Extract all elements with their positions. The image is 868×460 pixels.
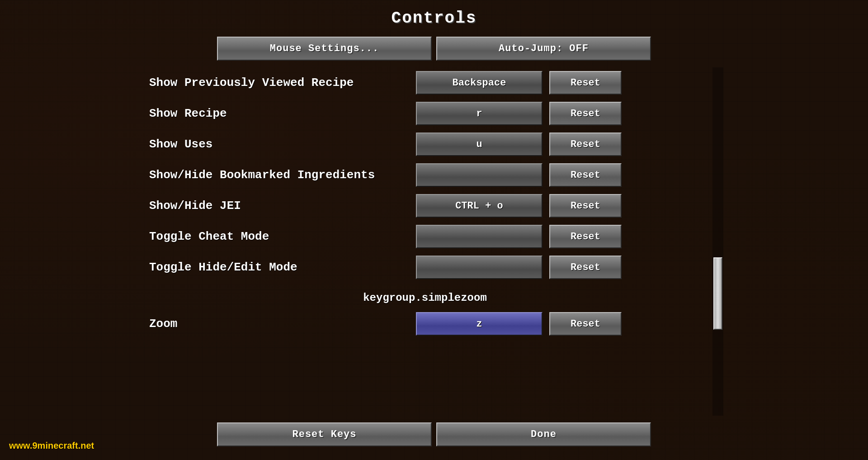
scrollbar-thumb[interactable] (713, 257, 722, 330)
bottom-button-row: Reset Keys Done (217, 422, 651, 451)
watermark-prefix: www. (9, 441, 32, 451)
keybind-label: Toggle Hide/Edit Mode (145, 261, 416, 274)
reset-button[interactable]: Reset (549, 133, 622, 156)
reset-button[interactable]: Reset (549, 256, 622, 279)
keybind-key[interactable] (416, 225, 542, 248)
reset-button[interactable]: Reset (549, 71, 622, 95)
reset-keys-button[interactable]: Reset Keys (217, 422, 432, 446)
watermark: www.9minecraft.net (9, 441, 94, 451)
keybind-key[interactable]: CTRL + o (416, 194, 542, 218)
done-button[interactable]: Done (436, 422, 651, 446)
auto-jump-button[interactable]: Auto-Jump: OFF (436, 37, 651, 61)
reset-button[interactable]: Reset (549, 194, 622, 218)
watermark-highlight: 9minecraft (32, 441, 78, 451)
page-title: Controls (392, 9, 477, 28)
keybind-row-show-recipe: Show Recipe r Reset (145, 98, 705, 129)
keybind-row-show-prev-recipe: Show Previously Viewed Recipe Backspace … (145, 67, 705, 98)
watermark-suffix: .net (78, 441, 94, 451)
keybind-key[interactable]: Backspace (416, 71, 542, 95)
keybind-key[interactable] (416, 163, 542, 187)
keybind-row-toggle-cheat: Toggle Cheat Mode Reset (145, 221, 705, 252)
keybind-label: Show/Hide Bookmarked Ingredients (145, 168, 416, 182)
keybind-key-zoom[interactable]: z (416, 312, 542, 336)
reset-button[interactable]: Reset (549, 102, 622, 125)
keybind-list: Show Previously Viewed Recipe Backspace … (145, 67, 723, 416)
content-area: Show Previously Viewed Recipe Backspace … (145, 67, 723, 416)
keybind-key[interactable]: u (416, 133, 542, 156)
reset-button-zoom[interactable]: Reset (549, 312, 622, 336)
keybind-label: Toggle Cheat Mode (145, 230, 416, 243)
reset-button[interactable]: Reset (549, 225, 622, 248)
keybind-label: Show/Hide JEI (145, 199, 416, 213)
keybind-row-show-hide-bookmarks: Show/Hide Bookmarked Ingredients Reset (145, 160, 705, 190)
mouse-settings-button[interactable]: Mouse Settings... (217, 37, 432, 61)
keybind-key[interactable] (416, 256, 542, 279)
scrollbar-track (712, 67, 723, 416)
top-button-row: Mouse Settings... Auto-Jump: OFF (217, 37, 651, 61)
keybind-row-show-uses: Show Uses u Reset (145, 129, 705, 160)
reset-button[interactable]: Reset (549, 163, 622, 187)
keybind-row-zoom: Zoom z Reset (145, 308, 705, 339)
keybind-label: Zoom (145, 317, 416, 331)
keybind-key[interactable]: r (416, 102, 542, 125)
keybind-row-toggle-hide-edit: Toggle Hide/Edit Mode Reset (145, 252, 705, 283)
keybind-row-show-hide-jei: Show/Hide JEI CTRL + o Reset (145, 190, 705, 221)
main-container: Controls Mouse Settings... Auto-Jump: OF… (0, 0, 868, 460)
section-header: keygroup.simplezoom (145, 283, 705, 308)
keybind-label: Show Uses (145, 138, 416, 151)
keybind-label: Show Recipe (145, 107, 416, 120)
keybind-label: Show Previously Viewed Recipe (145, 76, 416, 90)
